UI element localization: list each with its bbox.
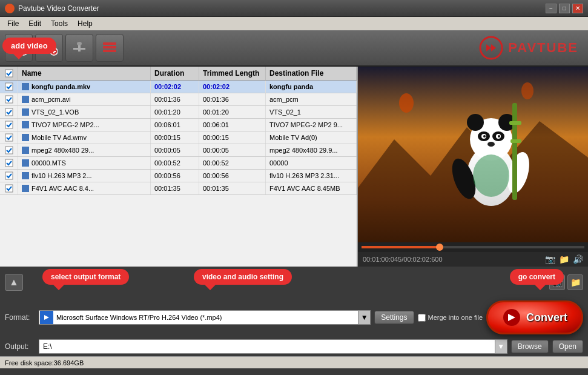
browse-button[interactable]: Browse [511, 340, 549, 353]
edit-icon [71, 39, 88, 56]
row-name: kongfu panda.mkv [18, 81, 151, 93]
row-name: flv10 H.263 MP3 2... [18, 170, 151, 182]
svg-rect-11 [103, 42, 116, 45]
output-label: Output: [5, 342, 35, 351]
edit-button[interactable] [65, 34, 93, 62]
row-trimmed: 00:00:52 [199, 157, 266, 169]
disk-space-text: Free disk space:36.694GB [5, 359, 84, 367]
svg-rect-17 [5, 96, 13, 103]
row-checkbox[interactable] [0, 131, 18, 144]
svg-point-27 [399, 93, 414, 113]
row-dest: TIVO7 MPEG-2 MP2 9... [266, 119, 357, 131]
row-name: 00000.MTS [18, 157, 151, 169]
minimize-button[interactable]: − [546, 4, 557, 13]
row-checkbox[interactable] [0, 106, 18, 118]
table-row[interactable]: Mobile TV Ad.wmv00:00:1500:00:15Mobile T… [0, 131, 357, 144]
volume-button[interactable]: 🔊 [573, 254, 583, 264]
svg-rect-13 [103, 50, 116, 52]
merge-checkbox[interactable] [418, 314, 426, 322]
status-bar: Free disk space:36.694GB [0, 356, 588, 368]
title-bar: Pavtube Video Converter − □ ✕ [0, 0, 588, 17]
format-dropdown-btn[interactable]: ▼ [358, 311, 370, 324]
window-title: Pavtube Video Converter [18, 4, 546, 13]
svg-rect-43 [509, 121, 521, 125]
row-duration: 00:00:56 [151, 170, 199, 182]
row-duration: 00:00:05 [151, 144, 199, 156]
row-checkbox[interactable] [0, 170, 18, 182]
video-preview [358, 67, 588, 242]
open-button[interactable]: Open [552, 340, 583, 353]
menu-tools[interactable]: Tools [46, 18, 73, 29]
header-check [0, 67, 18, 80]
row-duration: 00:06:01 [151, 119, 199, 131]
row-duration: 00:01:35 [151, 182, 199, 194]
table-row[interactable]: F4V1 AVC AAC 8.4...00:01:3500:01:35F4V1 … [0, 182, 357, 195]
row-checkbox[interactable] [0, 157, 18, 169]
format-select-text: Microsoft Surface Windows RT/Pro H.264 V… [54, 314, 358, 321]
header-duration: Duration [151, 67, 199, 80]
convert-button[interactable]: Convert [486, 300, 583, 334]
output-dropdown-btn[interactable]: ▼ [495, 340, 507, 353]
svg-point-37 [487, 142, 495, 147]
row-checkbox[interactable] [0, 119, 18, 131]
menu-edit[interactable]: Edit [24, 18, 46, 29]
table-row[interactable]: mpeg2 480x480 29...00:00:0500:00:05mpeg2… [0, 144, 357, 157]
add-folder-button[interactable] [35, 34, 63, 62]
row-dest: Mobile TV Ad(0) [266, 131, 357, 144]
folder-icon-btn[interactable]: 📁 [567, 274, 583, 290]
svg-rect-21 [5, 147, 13, 154]
svg-rect-24 [5, 185, 13, 192]
menu-help[interactable]: Help [73, 18, 97, 29]
row-duration: 00:01:20 [151, 106, 199, 118]
menu-file[interactable]: File [2, 18, 24, 29]
format-select[interactable]: Microsoft Surface Windows RT/Pro H.264 V… [39, 310, 371, 325]
output-path-text: E:\ [39, 342, 495, 351]
audio-setting-bubble: video and audio setting [194, 269, 292, 285]
row-checkbox[interactable] [0, 144, 18, 156]
row-trimmed: 00:00:56 [199, 170, 266, 182]
row-duration: 00:02:02 [151, 81, 199, 93]
add-video-button[interactable] [5, 34, 33, 62]
close-button[interactable]: ✕ [572, 4, 583, 13]
row-name: TIVO7 MPEG-2 MP2... [18, 119, 151, 131]
output-row: Output: E:\ ▼ Browse Open [0, 337, 588, 356]
app-window: Pavtube Video Converter − □ ✕ File Edit … [0, 0, 588, 375]
svg-rect-19 [5, 121, 13, 128]
folder-button[interactable]: 📁 [559, 254, 569, 264]
row-trimmed: 00:00:15 [199, 131, 266, 144]
go-convert-annotation: go convert [510, 269, 564, 285]
row-dest: F4V1 AVC AAC 8.45MB [266, 182, 357, 194]
row-trimmed: 00:01:35 [199, 182, 266, 194]
row-trimmed: 00:00:05 [199, 144, 266, 156]
maximize-button[interactable]: □ [559, 4, 570, 13]
list-icon [101, 39, 118, 56]
output-path-input[interactable]: E:\ ▼ [39, 339, 507, 354]
table-row[interactable]: 00000.MTS00:00:5200:00:5200000 [0, 157, 357, 170]
svg-point-35 [483, 135, 486, 138]
row-dest: flv10 H.263 MP3 2.31... [266, 170, 357, 182]
list-button[interactable] [96, 34, 124, 62]
table-body: kongfu panda.mkv00:02:0200:02:02kongfu p… [0, 81, 357, 267]
table-row[interactable]: TIVO7 MPEG-2 MP2...00:06:0100:06:01TIVO7… [0, 119, 357, 131]
add-video-icon [10, 39, 27, 56]
svg-point-36 [498, 135, 500, 138]
merge-checkbox-wrap: Merge into one file [418, 314, 483, 322]
pavtube-logo: PAVTUBE [479, 36, 578, 60]
table-row[interactable]: acm_pcm.avi00:01:3600:01:36acm_pcm [0, 93, 357, 106]
row-duration: 00:01:36 [151, 93, 199, 105]
row-checkbox[interactable] [0, 182, 18, 194]
svg-rect-12 [103, 46, 116, 48]
table-row[interactable]: flv10 H.263 MP3 2...00:00:5600:00:56flv1… [0, 170, 357, 182]
row-duration: 00:00:15 [151, 131, 199, 144]
window-controls: − □ ✕ [546, 4, 583, 13]
bottom-section: ▲ select output format video and audio s… [0, 267, 588, 356]
row-checkbox[interactable] [0, 93, 18, 105]
row-name: mpeg2 480x480 29... [18, 144, 151, 156]
screenshot-button[interactable]: 📷 [545, 254, 555, 264]
settings-button[interactable]: Settings [374, 311, 414, 324]
table-row[interactable]: VTS_02_1.VOB00:01:2000:01:20VTS_02_1 [0, 106, 357, 119]
table-row[interactable]: kongfu panda.mkv00:02:0200:02:02kongfu p… [0, 81, 357, 93]
row-trimmed: 00:01:36 [199, 93, 266, 105]
row-checkbox[interactable] [0, 81, 18, 93]
up-arrow-button[interactable]: ▲ [5, 274, 23, 291]
